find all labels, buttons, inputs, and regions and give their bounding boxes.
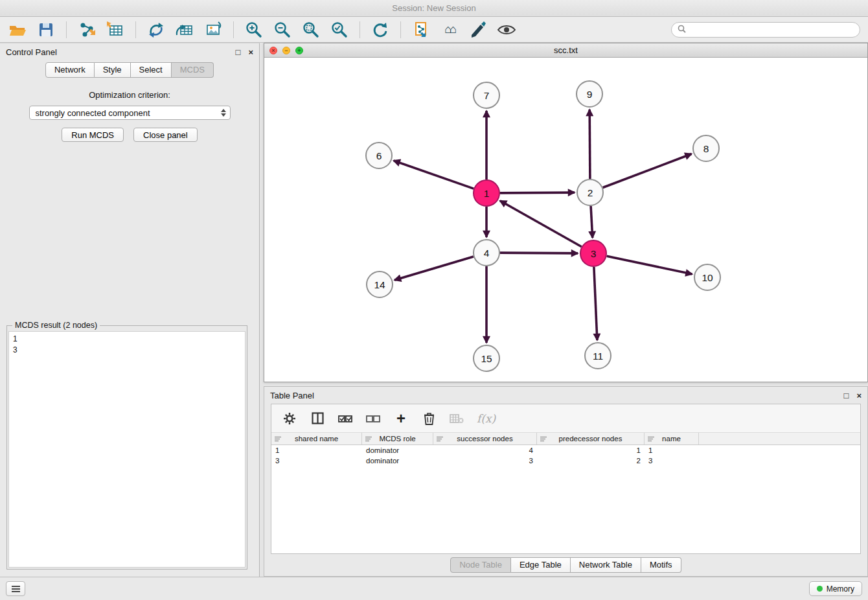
svg-text:6: 6	[376, 150, 382, 161]
table-cell: 3	[433, 456, 537, 466]
memory-button[interactable]: Memory	[809, 581, 862, 596]
node-8[interactable]: 8	[693, 135, 719, 161]
column-header-shared-name[interactable]: shared name	[271, 433, 362, 444]
toolbar-separator	[66, 21, 67, 38]
tab-motifs[interactable]: Motifs	[641, 557, 681, 573]
table-cell: 3	[645, 456, 699, 466]
apply-style-icon[interactable]	[468, 20, 488, 40]
tab-edge-table[interactable]: Edge Table	[511, 557, 571, 573]
edge-3-11[interactable]	[594, 267, 597, 340]
edge-3-10[interactable]	[607, 256, 692, 274]
dropdown-stepper-icon	[221, 109, 226, 117]
node-3[interactable]: 3	[580, 240, 606, 266]
home-layout-icon[interactable]: ⌂⌂	[440, 20, 459, 40]
svg-text:8: 8	[703, 143, 709, 154]
zoom-selected-icon[interactable]	[330, 20, 349, 40]
delete-column-trash-icon[interactable]	[421, 411, 437, 426]
network-graph: 7968124314101511	[264, 58, 867, 382]
select-all-icon[interactable]	[337, 411, 353, 426]
node-4[interactable]: 4	[474, 240, 499, 266]
tab-style[interactable]: Style	[95, 62, 131, 78]
tab-mcds[interactable]: MCDS	[172, 62, 214, 78]
node-10[interactable]: 10	[694, 264, 720, 290]
zoom-out-icon[interactable]	[273, 20, 292, 40]
edge-4-3[interactable]	[500, 253, 578, 253]
svg-text:15: 15	[481, 353, 492, 364]
float-panel-icon[interactable]: □	[236, 48, 241, 56]
column-header-MCDS-role[interactable]: MCDS role	[362, 433, 433, 444]
mcds-result-list[interactable]: 13	[8, 331, 246, 568]
table-row[interactable]: 3dominator323	[271, 456, 860, 466]
mcds-result-title: MCDS result (2 nodes)	[12, 321, 100, 330]
float-panel-icon[interactable]: □	[844, 391, 849, 400]
import-table-icon[interactable]	[106, 20, 125, 40]
memory-indicator-icon	[817, 586, 823, 592]
save-session-icon[interactable]	[36, 20, 56, 40]
svg-text:4: 4	[484, 248, 490, 259]
window-minimize-icon[interactable]: −	[282, 47, 290, 54]
window-close-icon[interactable]: ×	[269, 47, 277, 54]
edge-4-14[interactable]	[394, 257, 474, 280]
tab-select[interactable]: Select	[131, 62, 172, 78]
edge-2-8[interactable]	[603, 154, 692, 188]
close-panel-icon[interactable]: ×	[856, 391, 862, 400]
node-9[interactable]: 9	[577, 81, 602, 107]
sort-icon	[275, 436, 281, 442]
task-history-button[interactable]	[6, 581, 25, 596]
edge-1-2[interactable]	[500, 192, 575, 193]
close-panel-icon[interactable]: ×	[248, 48, 253, 56]
edge-1-6[interactable]	[394, 161, 474, 189]
search-input[interactable]	[689, 25, 854, 34]
table-panel: Table Panel □ × +	[264, 386, 868, 577]
node-15[interactable]: 15	[474, 345, 499, 371]
table-rows: 1dominator4113dominator323	[271, 445, 860, 466]
new-table-icon[interactable]	[175, 20, 194, 40]
node-1[interactable]: 1	[474, 180, 499, 206]
edge-2-3[interactable]	[591, 206, 593, 238]
column-header-name[interactable]: name	[645, 433, 699, 444]
table-cell: 1	[271, 445, 362, 456]
column-header-predecessor-nodes[interactable]: predecessor nodes	[537, 433, 645, 444]
eye-icon[interactable]	[497, 20, 516, 40]
node-7[interactable]: 7	[474, 82, 499, 108]
node-11[interactable]: 11	[585, 343, 611, 369]
network-window-titlebar[interactable]: × − + scc.txt	[264, 43, 867, 58]
split-panel-icon[interactable]	[310, 411, 325, 426]
import-network-icon[interactable]	[77, 20, 97, 40]
tab-network-table[interactable]: Network Table	[571, 557, 641, 573]
search-icon	[678, 24, 686, 36]
table-panel-tabs: Node TableEdge TableNetwork TableMotifs	[264, 557, 867, 573]
run-mcds-button[interactable]: Run MCDS	[62, 128, 124, 142]
edge-2-9[interactable]	[589, 110, 590, 179]
svg-text:10: 10	[702, 272, 713, 283]
zoom-fit-icon[interactable]	[301, 20, 321, 40]
main-toolbar: ⌂⌂	[0, 17, 868, 43]
open-session-icon[interactable]	[8, 20, 27, 40]
close-panel-button[interactable]: Close panel	[133, 128, 198, 142]
optimization-dropdown[interactable]: strongly connected component	[29, 106, 231, 120]
tab-network[interactable]: Network	[45, 62, 95, 78]
svg-text:1: 1	[484, 188, 490, 199]
clone-network-icon[interactable]	[411, 20, 431, 40]
sort-icon	[648, 436, 654, 442]
export-image-icon[interactable]	[203, 20, 223, 40]
table-panel-header: Table Panel □ ×	[264, 387, 867, 404]
tab-node-table[interactable]: Node Table	[450, 557, 511, 573]
new-network-icon[interactable]	[146, 20, 166, 40]
table-header-row: shared nameMCDS rolesuccessor nodesprede…	[271, 433, 860, 445]
deselect-all-icon[interactable]	[365, 411, 381, 426]
add-column-icon[interactable]: +	[393, 411, 409, 426]
status-bar: Memory	[0, 577, 868, 600]
table-row[interactable]: 1dominator411	[271, 445, 860, 456]
network-canvas[interactable]: 7968124314101511	[264, 58, 867, 382]
search-box[interactable]	[671, 22, 860, 38]
edge-3-1[interactable]	[500, 201, 582, 247]
node-14[interactable]: 14	[367, 271, 393, 297]
table-settings-gear-icon[interactable]	[282, 411, 297, 426]
zoom-in-icon[interactable]	[244, 20, 264, 40]
refresh-icon[interactable]	[371, 20, 390, 40]
node-2[interactable]: 2	[577, 179, 603, 205]
column-header-successor-nodes[interactable]: successor nodes	[433, 433, 537, 444]
window-zoom-icon[interactable]: +	[295, 47, 303, 54]
node-6[interactable]: 6	[366, 143, 392, 168]
